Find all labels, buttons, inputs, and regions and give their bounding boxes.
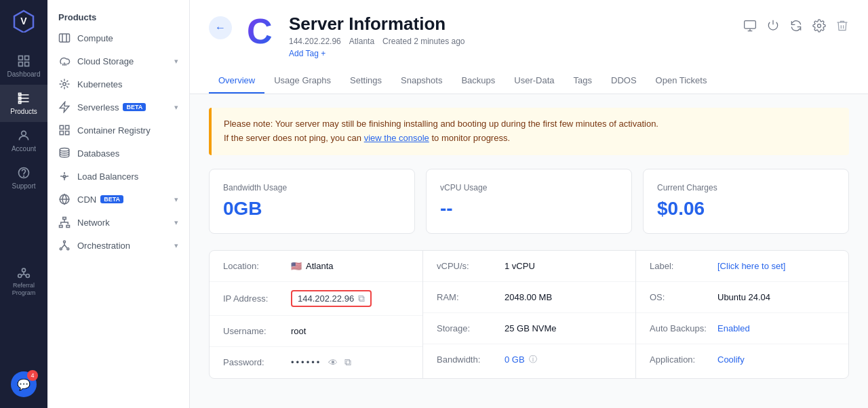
tab-backups[interactable]: Backups — [452, 68, 505, 94]
tabs: Overview Usage Graphs Settings Snapshots… — [209, 68, 849, 94]
info-ip: IP Address: 144.202.22.96 ⧉ — [210, 282, 422, 316]
nav-dashboard[interactable]: Dashboard — [0, 47, 47, 85]
monitor-icon[interactable] — [743, 19, 757, 33]
svg-rect-31 — [745, 21, 756, 29]
chevron-icon: ▾ — [174, 103, 178, 112]
nav-referral[interactable]: ReferralProgram — [0, 259, 47, 304]
orchestration-icon — [58, 239, 71, 251]
sidebar-item-cdn[interactable]: CDN BETA ▾ — [47, 188, 189, 211]
serverless-beta-badge: BETA — [123, 103, 146, 111]
info-auto-backups: Auto Backups: Enabled — [636, 313, 848, 344]
svg-point-29 — [67, 248, 69, 250]
stat-charges: Current Charges $0.06 — [643, 169, 849, 234]
icon-bar: V Dashboard Products Account Support Ref… — [0, 0, 47, 408]
flag-icon: 🇺🇸 — [291, 261, 302, 271]
tab-settings[interactable]: Settings — [340, 68, 391, 94]
alert-banner: Please note: Your server may still be fi… — [209, 108, 849, 155]
svg-point-28 — [60, 248, 62, 250]
svg-rect-26 — [66, 226, 70, 228]
svg-rect-5 — [19, 62, 23, 66]
chevron-icon: ▾ — [174, 218, 178, 227]
refresh-icon[interactable] — [789, 19, 803, 33]
serverless-icon — [58, 101, 71, 113]
compute-icon — [58, 32, 71, 44]
sidebar-item-load-balancers[interactable]: Load Balancers — [47, 165, 189, 188]
cdn-icon — [58, 193, 71, 205]
svg-point-22 — [64, 176, 66, 178]
tab-snapshots[interactable]: Snapshots — [391, 68, 452, 94]
settings-icon[interactable] — [812, 19, 826, 33]
nav-products[interactable]: Products — [0, 85, 47, 122]
application-link[interactable]: Coolify — [717, 354, 745, 365]
tab-overview[interactable]: Overview — [209, 68, 264, 94]
server-header: ← C Server Information 144.202.22.96 — [190, 0, 868, 94]
svg-rect-17 — [60, 125, 63, 129]
svg-rect-20 — [66, 131, 69, 135]
svg-point-16 — [63, 83, 66, 86]
logo[interactable]: V — [12, 8, 36, 35]
sidebar-item-compute[interactable]: Compute — [47, 26, 189, 49]
info-grid: Location: 🇺🇸 Atlanta IP Address: 144.202… — [209, 250, 849, 379]
main-content: ← C Server Information 144.202.22.96 — [190, 0, 868, 408]
power-icon[interactable] — [766, 19, 780, 33]
auto-backups-link[interactable]: Enabled — [717, 323, 750, 333]
chat-button[interactable]: 💬 4 — [11, 371, 37, 397]
tab-tags[interactable]: Tags — [564, 68, 601, 94]
svg-rect-2 — [19, 56, 23, 60]
back-button[interactable]: ← — [209, 16, 232, 39]
toggle-password-icon[interactable]: 👁 — [328, 357, 338, 368]
copy-password-icon[interactable]: ⧉ — [344, 356, 351, 368]
chevron-icon: ▾ — [174, 195, 178, 204]
svg-point-27 — [64, 241, 66, 243]
cdn-beta-badge: BETA — [100, 195, 123, 203]
chevron-icon: ▾ — [174, 241, 178, 250]
svg-rect-25 — [60, 226, 63, 228]
load-balancers-icon — [58, 170, 71, 182]
network-icon — [58, 216, 71, 228]
info-label: Label: [Click here to set] — [636, 251, 848, 282]
sidebar-item-databases[interactable]: Databases — [47, 142, 189, 165]
sidebar-item-cloud-storage[interactable]: Cloud Storage ▾ — [47, 49, 189, 73]
cloud-storage-icon — [58, 55, 71, 67]
svg-point-9 — [22, 131, 26, 136]
console-link[interactable]: view the console — [364, 133, 429, 143]
password-dots: •••••• — [291, 357, 321, 367]
svg-rect-3 — [25, 56, 29, 60]
content-area: Please note: Your server may still be fi… — [190, 94, 868, 408]
sidebar-item-network[interactable]: Network ▾ — [47, 211, 189, 234]
stat-bandwidth-value: 0GB — [223, 198, 401, 220]
bandwidth-info-icon: ⓘ — [529, 354, 537, 365]
info-storage: Storage: 25 GB NVMe — [423, 313, 635, 344]
sidebar-item-orchestration[interactable]: Orchestration ▾ — [47, 234, 189, 257]
server-logo: C — [243, 14, 278, 49]
tab-ddos[interactable]: DDOS — [601, 68, 646, 94]
databases-icon — [58, 147, 71, 159]
bandwidth-link[interactable]: 0 GB — [505, 354, 525, 365]
sidebar-item-serverless[interactable]: Serverless BETA ▾ — [47, 96, 189, 119]
info-application: Application: Coolify — [636, 344, 848, 375]
info-username: Username: root — [210, 316, 422, 347]
delete-icon[interactable] — [835, 19, 849, 33]
stat-vcpu-label: vCPU Usage — [440, 183, 618, 192]
info-bandwidth: Bandwidth: 0 GB ⓘ — [423, 344, 635, 375]
copy-ip-icon[interactable]: ⧉ — [358, 293, 365, 304]
tab-open-tickets[interactable]: Open Tickets — [646, 68, 717, 94]
nav-account[interactable]: Account — [0, 122, 47, 159]
server-ip: 144.202.22.96 — [289, 37, 341, 46]
svg-rect-19 — [60, 131, 63, 135]
info-os: OS: Ubuntu 24.04 — [636, 282, 848, 313]
svg-rect-6 — [19, 94, 21, 96]
sidebar-item-container-registry[interactable]: Container Registry — [47, 119, 189, 142]
nav-support[interactable]: Support — [0, 159, 47, 197]
stat-vcpu-value: -- — [440, 198, 618, 220]
label-link[interactable]: [Click here to set] — [717, 261, 785, 271]
svg-rect-18 — [66, 125, 69, 129]
info-password: Password: •••••• 👁 ⧉ — [210, 347, 422, 378]
sidebar-item-kubernetes[interactable]: Kubernetes — [47, 73, 189, 96]
svg-point-21 — [60, 148, 69, 152]
add-tag-link[interactable]: Add Tag + — [289, 49, 326, 58]
svg-point-14 — [26, 274, 29, 278]
tab-usage-graphs[interactable]: Usage Graphs — [264, 68, 340, 94]
svg-rect-24 — [63, 218, 66, 220]
tab-user-data[interactable]: User-Data — [505, 68, 564, 94]
